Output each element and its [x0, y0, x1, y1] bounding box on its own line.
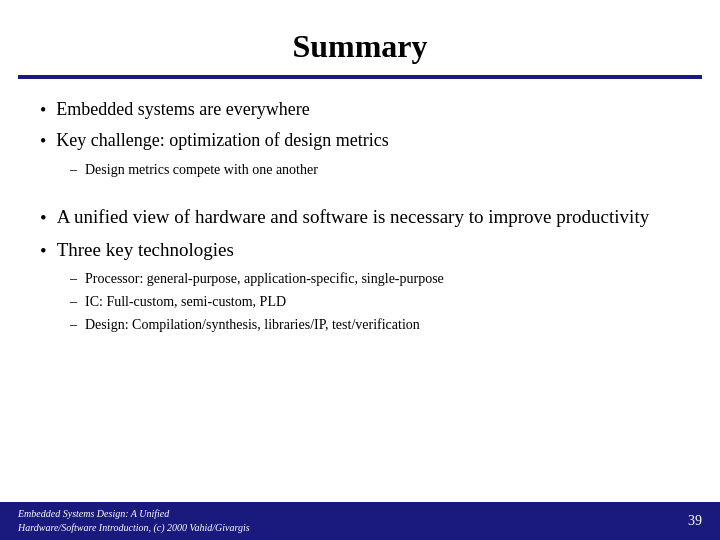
bullet-text: Three key technologies — [57, 237, 234, 263]
dash-icon: – — [70, 315, 77, 335]
list-item: – IC: Full-custom, semi-custom, PLD — [70, 292, 680, 312]
dash-icon: – — [70, 269, 77, 289]
list-item: – Design: Compilation/synthesis, librari… — [70, 315, 680, 335]
footer-line2: Hardware/Software Introduction, (c) 2000… — [18, 521, 250, 535]
list-item: • Embedded systems are everywhere — [40, 97, 680, 122]
dash-icon: – — [70, 292, 77, 312]
slide-title: Summary — [0, 0, 720, 75]
slide: Summary • Embedded systems are everywher… — [0, 0, 720, 540]
list-item: • A unified view of hardware and softwar… — [40, 204, 680, 231]
bullet-icon: • — [40, 238, 47, 264]
bullet-icon: • — [40, 129, 46, 153]
footer: Embedded Systems Design: A Unified Hardw… — [0, 502, 720, 540]
list-item: – Design metrics compete with one anothe… — [70, 160, 680, 180]
sub-bullet-text: Processor: general-purpose, application-… — [85, 269, 444, 289]
bullet-text: Embedded systems are everywhere — [56, 97, 309, 121]
bullet-icon: • — [40, 98, 46, 122]
content-area: • Embedded systems are everywhere • Key … — [0, 79, 720, 540]
footer-citation: Embedded Systems Design: A Unified Hardw… — [18, 507, 250, 535]
page-number: 39 — [688, 513, 702, 529]
list-item: – Processor: general-purpose, applicatio… — [70, 269, 680, 289]
sub-bullet-text: IC: Full-custom, semi-custom, PLD — [85, 292, 286, 312]
list-item: • Key challenge: optimization of design … — [40, 128, 680, 153]
sub-bullet-text: Design: Compilation/synthesis, libraries… — [85, 315, 420, 335]
bullet-text: Key challenge: optimization of design me… — [56, 128, 388, 152]
bullet-text: A unified view of hardware and software … — [57, 204, 650, 230]
sub-bullet-text: Design metrics compete with one another — [85, 160, 318, 180]
section-gap — [40, 190, 680, 200]
bullet-icon: • — [40, 205, 47, 231]
list-item: • Three key technologies — [40, 237, 680, 264]
footer-line1: Embedded Systems Design: A Unified — [18, 507, 250, 521]
bullet-section-2: • A unified view of hardware and softwar… — [40, 204, 680, 337]
dash-icon: – — [70, 160, 77, 180]
bullet-section-1: • Embedded systems are everywhere • Key … — [40, 97, 680, 182]
